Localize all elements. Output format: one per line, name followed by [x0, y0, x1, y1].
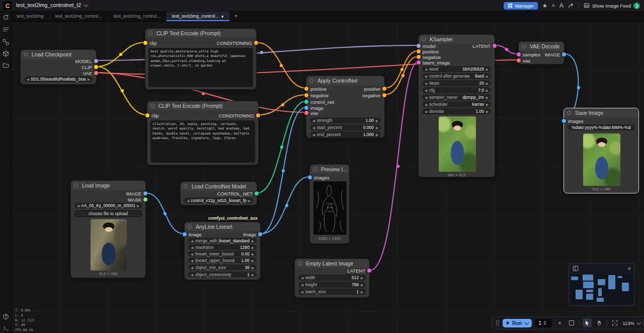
output-port-model[interactable]: MODEL: [75, 58, 98, 64]
node-title[interactable]: Apply ControlNet: [306, 76, 384, 85]
node-title[interactable]: AnyLine Lineart: [185, 222, 260, 231]
collapse-dot-icon[interactable]: [148, 31, 152, 35]
collapse-dot-icon[interactable]: [422, 37, 426, 41]
stepper-right-icon[interactable]: [252, 238, 254, 243]
stepper-right-icon[interactable]: [252, 245, 254, 250]
prompt-textarea[interactable]: best quality,masterpiece,ultra high res,…: [148, 48, 253, 87]
stepper-left-icon[interactable]: [425, 66, 427, 72]
stepper-left-icon[interactable]: [301, 289, 303, 294]
end-percent-widget[interactable]: end_percent1.000: [310, 131, 381, 138]
node-title[interactable]: Load ControlNet Model: [181, 182, 257, 191]
help-icon[interactable]: [2, 312, 10, 320]
batch-size-widget[interactable]: batch_size1: [298, 289, 366, 295]
steps-widget[interactable]: steps20: [422, 80, 491, 86]
stepper-right-icon[interactable]: [376, 125, 378, 130]
height-widget[interactable]: height768: [298, 282, 366, 288]
stepper-left-icon[interactable]: [191, 245, 193, 250]
seed-widget[interactable]: seed584105828: [422, 66, 491, 72]
sampler-name-widget[interactable]: sampler_namedpmpp_2m: [422, 94, 491, 100]
collapse-dot-icon[interactable]: [74, 183, 78, 187]
cancel-run-icon[interactable]: ×: [555, 318, 564, 327]
collapse-dot-icon[interactable]: [298, 261, 302, 265]
output-port-control-net[interactable]: CONTROL_NET: [217, 190, 259, 196]
stop-icon[interactable]: [567, 318, 576, 327]
stepper-right-icon[interactable]: [486, 95, 489, 100]
new-tab-button[interactable]: +: [230, 11, 243, 21]
output-port-vae[interactable]: VAE: [83, 70, 98, 76]
stepper-left-icon[interactable]: [191, 272, 193, 277]
stepper-left-icon[interactable]: [191, 238, 193, 243]
workflow-title[interactable]: test_text2img_controlnet_t2: [16, 2, 87, 8]
input-port-vae[interactable]: vae: [304, 110, 318, 116]
stepper-right-icon[interactable]: [486, 74, 489, 79]
feed-toggle-icon[interactable]: ❯: [633, 3, 640, 9]
output-port-image[interactable]: image: [243, 231, 262, 237]
ckpt-name-widget[interactable]: SD1.5\beautifulRealistic_brav5.s ...: [24, 76, 93, 82]
object-connectivity-widget[interactable]: object_connectivity1: [188, 272, 257, 277]
node-load-image[interactable]: Load Image IMAGE MASK AA_05_try_00000_m_…: [70, 180, 146, 278]
star-icon[interactable]: ★: [542, 3, 547, 9]
tab-workflow-3[interactable]: test_text2img_control...: [108, 11, 167, 21]
collapse-dot-icon[interactable]: [522, 44, 526, 48]
pan-hand-icon[interactable]: [595, 318, 604, 327]
input-port-latent-image[interactable]: latent_image: [417, 59, 450, 65]
node-vae-decode[interactable]: VAE Decode samples vae IMAGE: [518, 41, 565, 64]
chevron-down-icon[interactable]: [524, 320, 529, 325]
stepper-left-icon[interactable]: [187, 198, 189, 203]
output-port-conditioning[interactable]: CONDITIONING: [219, 112, 260, 118]
tab-workflow-1[interactable]: test_text2img: [11, 11, 50, 21]
stepper-right-icon[interactable]: [248, 198, 251, 203]
node-clip-text-encode-positive[interactable]: CLIP Text Encode (Prompt) clip CONDITION…: [145, 28, 257, 90]
show-image-feed-button[interactable]: Show Image Feed ❯: [584, 3, 640, 9]
stepper-left-icon[interactable]: [191, 258, 193, 263]
stepper-right-icon[interactable]: [486, 109, 489, 114]
stepper-left-icon[interactable]: [312, 125, 315, 130]
terminal-icon[interactable]: [2, 324, 10, 332]
output-port-clip[interactable]: CLIP: [82, 64, 98, 70]
collapse-dot-icon[interactable]: [313, 167, 317, 171]
stepper-left-icon[interactable]: [191, 265, 193, 270]
history-icon[interactable]: [2, 13, 10, 21]
output-port-mask[interactable]: MASK: [128, 196, 147, 203]
node-apply-controlnet[interactable]: Apply ControlNet positive negative contr…: [306, 76, 385, 138]
stepper-right-icon[interactable]: [486, 102, 489, 107]
stepper-left-icon[interactable]: [27, 77, 29, 82]
lineart-lower-bound-widget[interactable]: lineart_lower_bound0.00: [188, 251, 257, 256]
node-load-checkpoint[interactable]: Load Checkpoint MODEL CLIP VAE SD1.5\bea…: [20, 49, 97, 85]
start-percent-widget[interactable]: start_percent0.000: [310, 124, 381, 130]
stepper-right-icon[interactable]: [252, 251, 254, 256]
select-mode-icon[interactable]: [583, 318, 592, 327]
output-port-negative[interactable]: negative: [362, 92, 386, 98]
stepper-left-icon[interactable]: [425, 95, 427, 100]
stepper-left-icon[interactable]: [191, 251, 193, 256]
queue-icon[interactable]: [2, 25, 10, 33]
input-port-positive[interactable]: positive: [304, 86, 327, 92]
stepper-right-icon[interactable]: [252, 272, 254, 277]
workflows-icon[interactable]: [2, 61, 10, 69]
stepper-right-icon[interactable]: [88, 77, 90, 82]
decrement-icon[interactable]: [543, 323, 546, 325]
node-title[interactable]: Empty Latent Image: [295, 259, 369, 268]
control-after-generate-widget[interactable]: control after generatefixed: [422, 73, 491, 79]
resolution-widget[interactable]: resolution1280: [188, 244, 257, 250]
output-port-latent[interactable]: LATENT: [472, 43, 497, 49]
minimap-panel[interactable]: ×: [569, 263, 635, 306]
stepper-left-icon[interactable]: [425, 109, 427, 114]
model-library-icon[interactable]: [2, 49, 10, 57]
stepper-right-icon[interactable]: [361, 289, 363, 294]
stepper-left-icon[interactable]: [425, 88, 427, 93]
batch-count-stepper[interactable]: 1: [535, 319, 552, 327]
stepper-right-icon[interactable]: [486, 81, 489, 86]
filename-prefix-widget[interactable]: %date:yyyy%-%date:MM%-%date:dd...: [568, 124, 635, 130]
stepper-right-icon[interactable]: [376, 132, 378, 137]
stepper-left-icon[interactable]: [77, 203, 79, 208]
object-min-size-widget[interactable]: object_min_size36: [188, 264, 257, 270]
output-port-latent[interactable]: LATENT: [347, 268, 371, 274]
input-port-clip[interactable]: clip: [143, 40, 156, 46]
tab-workflow-4-active[interactable]: test_text2img_control...●: [167, 11, 230, 21]
input-port-samples[interactable]: samples: [517, 51, 540, 57]
upload-button[interactable]: choose file to upload: [74, 210, 142, 217]
minimap-close-icon[interactable]: ×: [628, 265, 631, 272]
stepper-left-icon[interactable]: [312, 118, 315, 123]
node-library-icon[interactable]: [2, 38, 10, 46]
